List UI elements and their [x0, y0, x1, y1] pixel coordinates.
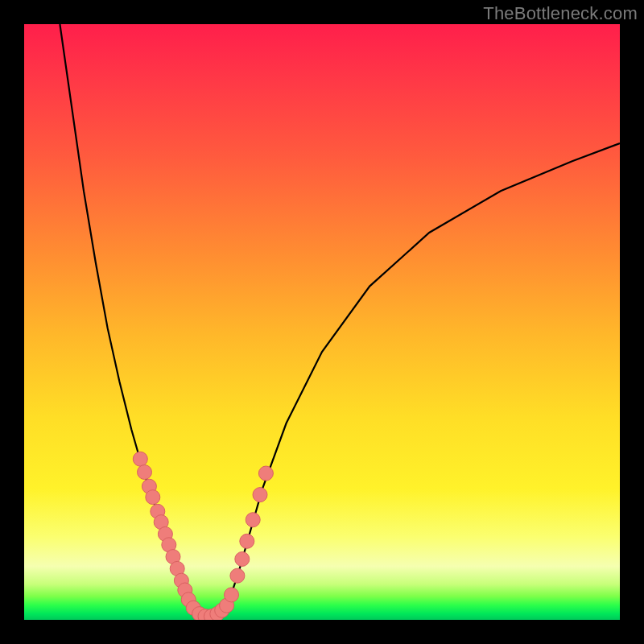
marker-dot [240, 534, 254, 548]
watermark-text: TheBottleneck.com [483, 3, 638, 24]
plot-area [24, 24, 620, 620]
bottleneck-curve [60, 24, 620, 617]
marker-dot [246, 513, 260, 527]
marker-dot [146, 490, 160, 505]
outer-frame: TheBottleneck.com [0, 0, 644, 644]
marker-dot [133, 452, 147, 466]
curve-svg [24, 24, 620, 620]
marker-dot [225, 588, 239, 602]
marker-dot [138, 465, 152, 480]
marker-dot [230, 568, 245, 583]
marker-dots-group [133, 452, 273, 620]
marker-dot [253, 488, 267, 502]
marker-dot [258, 466, 273, 481]
marker-dot [235, 552, 250, 567]
